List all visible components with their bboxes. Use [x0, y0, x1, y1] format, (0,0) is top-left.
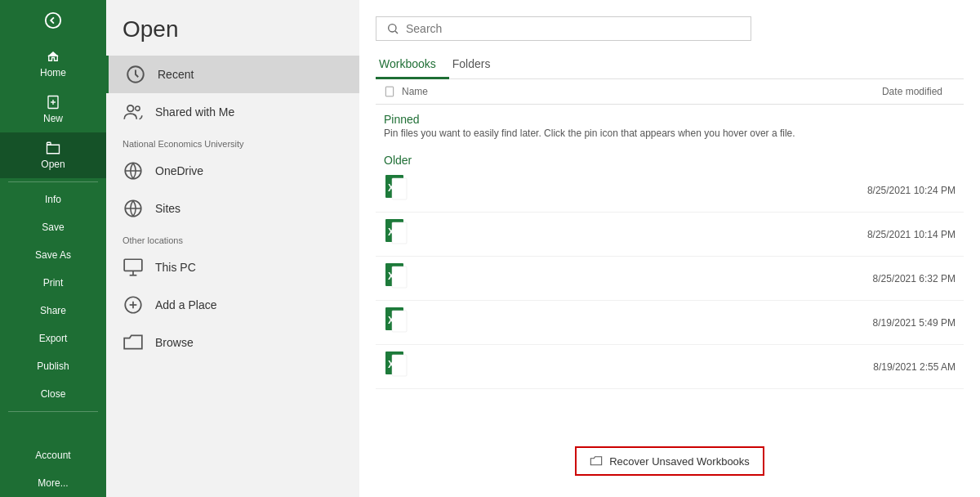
tab-workbooks[interactable]: Workbooks	[376, 52, 449, 79]
location-addplace[interactable]: Add a Place	[106, 286, 359, 324]
sidebar-divider-1	[8, 181, 98, 182]
excel-icon-2: X	[384, 219, 408, 247]
clock-icon	[125, 64, 146, 85]
sidebar-close-label: Close	[41, 388, 66, 400]
svg-text:X: X	[388, 226, 394, 238]
open-icon	[46, 141, 60, 155]
sidebar-item-close[interactable]: Close	[0, 380, 106, 408]
sidebar-item-account[interactable]: Account	[0, 441, 106, 469]
file-row[interactable]: X 8/19/2021 5:49 PM	[376, 301, 964, 345]
sidebar-more-label: More...	[38, 477, 68, 489]
sidebar-item-publish[interactable]: Publish	[0, 352, 106, 380]
monitor-icon	[122, 257, 144, 278]
sidebar-saveas-label: Save As	[35, 249, 71, 261]
file-date-4: 8/19/2021 5:49 PM	[808, 317, 956, 329]
svg-point-7	[136, 106, 140, 110]
file-row[interactable]: X 8/25/2021 6:32 PM	[376, 257, 964, 301]
search-input[interactable]	[406, 22, 741, 35]
file-list-header: Name Date modified	[376, 79, 964, 105]
home-icon	[46, 49, 60, 64]
sidebar-item-save[interactable]: Save	[0, 213, 106, 241]
svg-text:X: X	[388, 359, 394, 370]
search-icon	[386, 22, 399, 35]
file-row[interactable]: X 8/19/2021 2:55 AM	[376, 345, 964, 389]
file-date-1: 8/25/2021 10:24 PM	[808, 185, 956, 196]
sidebar-account-label: Account	[35, 450, 70, 461]
sidebar-info-label: Info	[45, 194, 61, 205]
location-shared-label: Shared with Me	[155, 105, 234, 119]
file-row[interactable]: X 8/25/2021 10:14 PM	[376, 213, 964, 257]
location-thispc[interactable]: This PC	[106, 248, 359, 286]
sidebar-share-label: Share	[40, 305, 66, 316]
location-browse[interactable]: Browse	[106, 324, 359, 361]
onedrive-icon	[122, 160, 144, 181]
location-sites-label: Sites	[155, 202, 180, 215]
page-title: Open	[106, 0, 359, 56]
svg-line-19	[395, 31, 398, 34]
sidebar-item-share[interactable]: Share	[0, 297, 106, 325]
svg-rect-20	[385, 87, 393, 96]
svg-text:X: X	[388, 271, 394, 282]
location-onedrive[interactable]: OneDrive	[106, 152, 359, 190]
file-date-3: 8/25/2021 6:32 PM	[808, 273, 956, 284]
file-date-5: 8/19/2021 2:55 AM	[808, 361, 956, 373]
older-section-header: Older	[376, 146, 964, 168]
sidebar-item-info[interactable]: Info	[0, 186, 106, 213]
excel-icon-5: X	[384, 351, 408, 379]
section-label-university: National Economics University	[106, 131, 359, 152]
sidebar-bottom: Account More...	[0, 441, 106, 497]
back-button[interactable]	[0, 0, 106, 41]
file-icon-5: X	[384, 351, 413, 382]
pinned-section-desc: Pin files you want to easily find later.…	[376, 128, 964, 146]
middle-pane: Open Recent Shared with Me National Econ…	[106, 0, 359, 497]
location-addplace-label: Add a Place	[155, 298, 217, 311]
main-content: Workbooks Folders Name Date modified Pin…	[359, 0, 980, 497]
sidebar-item-print[interactable]: Print	[0, 269, 106, 297]
sidebar-divider-2	[8, 411, 98, 412]
recover-unsaved-button[interactable]: Recover Unsaved Workbooks	[575, 446, 764, 476]
sidebar-home-label: Home	[40, 67, 66, 78]
file-list-scroll[interactable]: Pinned Pin files you want to easily find…	[376, 105, 964, 428]
file-icon-3: X	[384, 263, 413, 293]
svg-point-18	[389, 25, 396, 32]
add-place-icon	[122, 294, 144, 316]
excel-icon-3: X	[384, 263, 408, 291]
sidebar-item-open[interactable]: Open	[0, 132, 106, 178]
file-icon-4: X	[384, 307, 413, 338]
pinned-section-header: Pinned	[376, 105, 964, 128]
sites-icon	[122, 198, 144, 219]
sidebar-print-label: Print	[43, 277, 64, 289]
file-row[interactable]: X 8/25/2021 10:24 PM	[376, 168, 964, 213]
main-inner: Workbooks Folders Name Date modified Pin…	[359, 0, 980, 428]
col-name-label: Name	[402, 86, 428, 97]
sidebar-nav: Home New Open Info Save Save As Print Sh…	[0, 41, 106, 497]
sidebar-new-label: New	[43, 113, 63, 124]
sidebar-item-new[interactable]: New	[0, 87, 106, 132]
location-browse-label: Browse	[155, 336, 194, 349]
location-shared[interactable]: Shared with Me	[106, 93, 359, 131]
sidebar-item-home[interactable]: Home	[0, 41, 106, 87]
search-bar[interactable]	[376, 16, 751, 41]
file-icon-2: X	[384, 219, 413, 249]
file-header-icon	[384, 86, 395, 97]
svg-rect-12	[124, 259, 142, 271]
recover-button-label: Recover Unsaved Workbooks	[609, 455, 750, 468]
svg-text:X: X	[388, 182, 394, 194]
sidebar: Home New Open Info Save Save As Print Sh…	[0, 0, 106, 497]
excel-icon-4: X	[384, 307, 408, 335]
sidebar-item-more[interactable]: More...	[0, 469, 106, 497]
tabs: Workbooks Folders	[376, 52, 964, 79]
location-recent[interactable]: Recent	[106, 56, 359, 93]
sidebar-item-export[interactable]: Export	[0, 325, 106, 352]
file-icon-1: X	[384, 175, 413, 205]
sidebar-item-save-as[interactable]: Save As	[0, 241, 106, 269]
col-name-header: Name	[384, 86, 795, 97]
sidebar-export-label: Export	[39, 333, 68, 344]
tab-folders[interactable]: Folders	[449, 52, 504, 79]
sidebar-open-label: Open	[41, 159, 65, 170]
location-recent-label: Recent	[158, 68, 194, 81]
col-date-header: Date modified	[795, 86, 942, 97]
section-label-other: Other locations	[106, 227, 359, 248]
svg-point-6	[127, 105, 134, 112]
location-sites[interactable]: Sites	[106, 190, 359, 227]
